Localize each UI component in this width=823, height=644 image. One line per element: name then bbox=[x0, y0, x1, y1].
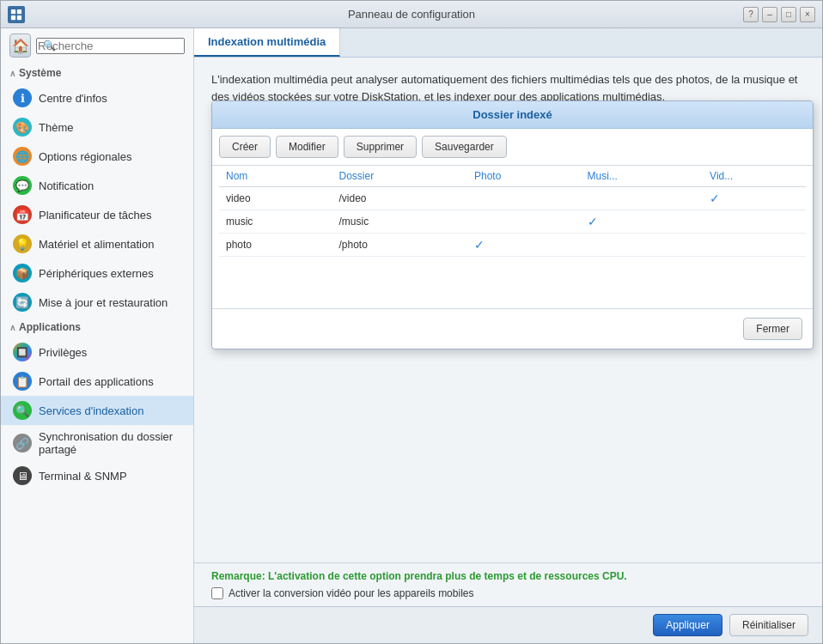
row-photo-folder: /photo bbox=[332, 234, 467, 257]
sidebar-item-portail[interactable]: 📋 Portail des applications bbox=[1, 367, 193, 396]
table-row[interactable]: music /music ✓ bbox=[219, 210, 806, 234]
sidebar-label-materiel: Matériel et alimentation bbox=[39, 238, 154, 251]
indexed-folder-dialog: Dossier indexé Créer Modifier Supprimer … bbox=[211, 100, 814, 349]
section-system-label: Système bbox=[19, 67, 61, 79]
sidebar-item-terminal[interactable]: 🖥 Terminal & SNMP bbox=[1, 461, 193, 490]
row-video-photo bbox=[467, 187, 581, 210]
sidebar-item-notification[interactable]: 💬 Notification bbox=[1, 171, 193, 200]
video-conversion-row: Activer la conversion vidéo pour les app… bbox=[211, 587, 805, 599]
svg-rect-3 bbox=[17, 15, 21, 19]
indexed-folders-table: Nom Dossier Photo Musi... Vid... video bbox=[219, 166, 806, 257]
sidebar-home[interactable]: 🏠 🔍 bbox=[1, 28, 193, 63]
create-button[interactable]: Créer bbox=[219, 136, 271, 158]
modify-button[interactable]: Modifier bbox=[276, 136, 338, 158]
video-conversion-checkbox[interactable] bbox=[211, 587, 223, 599]
save-button[interactable]: Sauvegarder bbox=[422, 136, 507, 158]
sidebar-item-indexation[interactable]: 🔍 Services d'indexation bbox=[1, 396, 193, 425]
sidebar-label-theme: Thème bbox=[39, 121, 73, 134]
row-photo-name: photo bbox=[219, 234, 332, 257]
section-system[interactable]: ∧ Système bbox=[1, 63, 193, 83]
row-photo-music bbox=[581, 234, 704, 257]
portail-icon: 📋 bbox=[13, 372, 32, 391]
row-music-name: music bbox=[219, 210, 332, 234]
maximize-button[interactable]: □ bbox=[781, 7, 796, 22]
table-row[interactable]: photo /photo ✓ bbox=[219, 234, 806, 257]
video-conversion-label: Activer la conversion vidéo pour les app… bbox=[229, 587, 473, 599]
col-folder: Dossier bbox=[332, 166, 467, 187]
options-regionales-icon: 🌐 bbox=[13, 147, 32, 166]
delete-button[interactable]: Supprimer bbox=[344, 136, 417, 158]
window-title: Panneau de configuration bbox=[348, 8, 475, 21]
sidebar-label-privileges: Privilèges bbox=[39, 346, 87, 359]
titlebar: Panneau de configuration ? – □ × bbox=[1, 1, 822, 28]
notification-icon: 💬 bbox=[13, 176, 32, 195]
chevron-app-icon: ∧ bbox=[9, 323, 15, 332]
row-music-photo bbox=[467, 210, 581, 234]
sidebar-item-options-regionales[interactable]: 🌐 Options régionales bbox=[1, 142, 193, 171]
sidebar-label-indexation: Services d'indexation bbox=[39, 404, 143, 417]
checkmark-icon: ✓ bbox=[474, 238, 485, 252]
sidebar-item-centre-infos[interactable]: ℹ Centre d'infos bbox=[1, 83, 193, 112]
table-row[interactable]: video /video ✓ bbox=[219, 187, 806, 210]
minimize-button[interactable]: – bbox=[762, 7, 777, 22]
row-music-folder: /music bbox=[332, 210, 467, 234]
section-applications[interactable]: ∧ Applications bbox=[1, 317, 193, 337]
sidebar-label-planificateur: Planificateur de tâches bbox=[39, 209, 152, 222]
mise-a-jour-icon: 🔄 bbox=[13, 293, 32, 312]
window-controls: ? – □ × bbox=[743, 7, 815, 22]
sidebar-label-centre-infos: Centre d'infos bbox=[39, 92, 107, 105]
sidebar-label-mise-a-jour: Mise à jour et restauration bbox=[39, 296, 168, 309]
row-video-video: ✓ bbox=[703, 187, 806, 210]
close-button[interactable]: × bbox=[800, 7, 815, 22]
content-body: L'indexation multimédia peut analyser au… bbox=[194, 58, 822, 562]
col-music: Musi... bbox=[581, 166, 704, 187]
peripheriques-icon: 📦 bbox=[13, 264, 32, 283]
sidebar: 🏠 🔍 ∧ Système ℹ Centre d'infos 🎨 Thème bbox=[1, 28, 194, 643]
theme-icon: 🎨 bbox=[13, 118, 32, 137]
app-icon bbox=[8, 6, 25, 23]
sidebar-label-peripheriques: Périphériques externes bbox=[39, 267, 154, 280]
dialog-footer: Fermer bbox=[212, 308, 813, 349]
close-dialog-button[interactable]: Fermer bbox=[743, 318, 802, 340]
checkmark-icon: ✓ bbox=[710, 191, 720, 205]
search-input[interactable] bbox=[36, 38, 185, 54]
apply-button[interactable]: Appliquer bbox=[653, 614, 722, 636]
main-window: Panneau de configuration ? – □ × 🏠 🔍 ∧ S… bbox=[0, 0, 823, 644]
sidebar-label-notification: Notification bbox=[39, 179, 94, 192]
main-layout: 🏠 🔍 ∧ Système ℹ Centre d'infos 🎨 Thème bbox=[1, 28, 822, 643]
reset-button[interactable]: Réinitialiser bbox=[729, 614, 808, 636]
bottom-area: Remarque: L'activation de cette option p… bbox=[194, 562, 822, 606]
sidebar-item-planificateur[interactable]: 📅 Planificateur de tâches bbox=[1, 200, 193, 229]
col-photo: Photo bbox=[467, 166, 581, 187]
sidebar-item-mise-a-jour[interactable]: 🔄 Mise à jour et restauration bbox=[1, 288, 193, 317]
home-button[interactable]: 🏠 bbox=[9, 33, 31, 58]
sidebar-item-peripheriques[interactable]: 📦 Périphériques externes bbox=[1, 258, 193, 288]
centre-infos-icon: ℹ bbox=[13, 88, 32, 107]
content-area: Indexation multimédia L'indexation multi… bbox=[194, 28, 822, 643]
col-video: Vid... bbox=[703, 166, 806, 187]
dialog-title: Dossier indexé bbox=[212, 101, 813, 129]
materiel-icon: 💡 bbox=[13, 234, 32, 253]
indexation-icon: 🔍 bbox=[13, 401, 32, 420]
remark-text: Remarque: L'activation de cette option p… bbox=[211, 570, 805, 582]
dialog-table-wrap: Nom Dossier Photo Musi... Vid... video bbox=[212, 166, 813, 257]
sidebar-item-theme[interactable]: 🎨 Thème bbox=[1, 112, 193, 142]
remark-label: Remarque: bbox=[211, 570, 265, 582]
dialog-empty-space bbox=[212, 257, 813, 308]
sidebar-item-materiel[interactable]: 💡 Matériel et alimentation bbox=[1, 229, 193, 258]
row-music-video bbox=[703, 210, 806, 234]
sidebar-item-synchro[interactable]: 🔗 Synchronisation du dossier partagé bbox=[1, 425, 193, 461]
dialog-toolbar: Créer Modifier Supprimer Sauvegarder bbox=[212, 129, 813, 166]
chevron-icon: ∧ bbox=[9, 69, 15, 78]
col-name: Nom bbox=[219, 166, 332, 187]
section-applications-label: Applications bbox=[19, 321, 81, 333]
planificateur-icon: 📅 bbox=[13, 205, 32, 224]
help-button[interactable]: ? bbox=[743, 7, 759, 22]
row-video-folder: /video bbox=[332, 187, 467, 210]
sidebar-item-privileges[interactable]: 🔲 Privilèges bbox=[1, 337, 193, 367]
tab-indexation-multimedia[interactable]: Indexation multimédia bbox=[194, 28, 340, 57]
action-bar: Appliquer Réinitialiser bbox=[194, 606, 822, 643]
svg-rect-0 bbox=[11, 9, 15, 13]
remark-message: L'activation de cette option prendra plu… bbox=[268, 570, 627, 582]
terminal-icon: 🖥 bbox=[13, 466, 32, 485]
